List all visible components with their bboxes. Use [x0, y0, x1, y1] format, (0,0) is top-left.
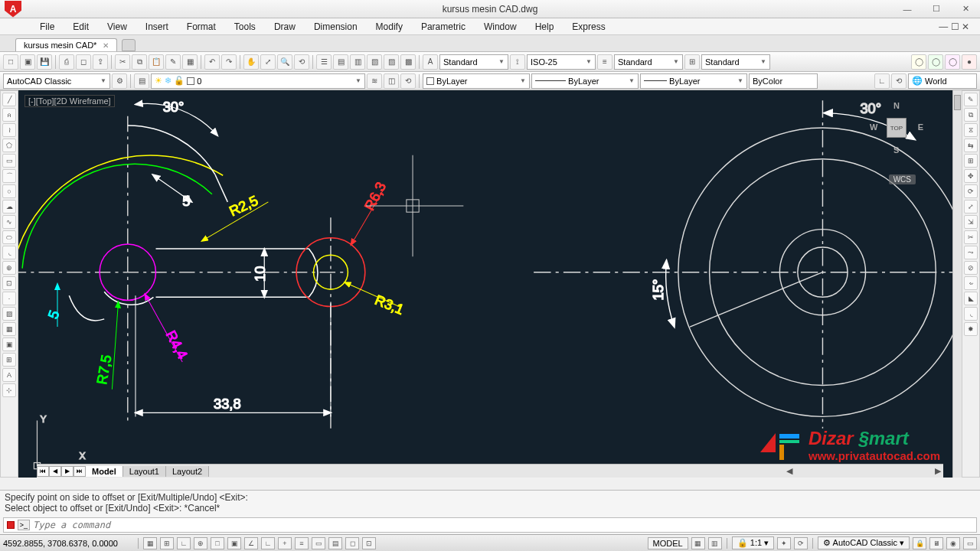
constraint2-icon[interactable]: ◯ — [928, 54, 943, 70]
rect-icon[interactable]: ▭ — [2, 154, 16, 168]
lock-ui-icon[interactable]: 🔒 — [913, 537, 926, 549]
layer-prev-icon[interactable]: ⟲ — [400, 73, 416, 89]
vertical-scrollbar[interactable] — [952, 90, 962, 478]
plot-icon[interactable]: ⎙ — [59, 54, 74, 70]
polar-toggle[interactable]: ⊕ — [194, 537, 207, 549]
3dosnap-toggle[interactable]: ▣ — [227, 537, 241, 549]
ucs-select[interactable]: 🌐 World — [908, 73, 977, 89]
close-button[interactable]: ✕ — [951, 2, 980, 17]
layer-props-icon[interactable]: ▤ — [134, 73, 149, 89]
tab-prev-icon[interactable]: ◀ — [49, 466, 61, 477]
menu-edit[interactable]: Edit — [64, 20, 98, 34]
viewcube-e[interactable]: E — [918, 122, 923, 132]
viewcube-n[interactable]: N — [893, 101, 900, 110]
match-icon[interactable]: ✎ — [165, 54, 181, 70]
makeblock-icon[interactable]: ⊡ — [2, 276, 16, 290]
menu-tools[interactable]: Tools — [225, 20, 265, 34]
menu-modify[interactable]: Modify — [367, 20, 412, 34]
textstyle-icon[interactable]: A — [423, 54, 438, 70]
app-logo[interactable]: A — [5, 1, 21, 18]
tp-icon[interactable]: ▥ — [350, 54, 365, 70]
polygon-icon[interactable]: ⬠ — [2, 139, 16, 152]
mirror-icon[interactable]: ⧖ — [964, 123, 978, 137]
open-icon[interactable]: ▣ — [20, 54, 35, 70]
insert-icon[interactable]: ⊕ — [2, 261, 16, 275]
new-icon[interactable]: □ — [3, 54, 18, 70]
table-style-select[interactable]: Standard▼ — [701, 54, 770, 70]
menu-help[interactable]: Help — [526, 20, 564, 34]
osnap-toggle[interactable]: □ — [211, 537, 224, 549]
revcloud-icon[interactable]: ☁ — [2, 200, 16, 214]
ducs-toggle[interactable]: ∟ — [261, 537, 275, 549]
chamfer-icon[interactable]: ◣ — [964, 292, 978, 305]
layer-iso-icon[interactable]: ◫ — [384, 73, 399, 89]
markup-icon[interactable]: ▨ — [384, 54, 399, 70]
break-icon[interactable]: ⊘ — [964, 261, 978, 275]
lineweight-select[interactable]: ByLayer▼ — [640, 73, 747, 89]
hardware-icon[interactable]: 🖥 — [929, 537, 943, 549]
grid-toggle[interactable]: ⊞ — [160, 537, 174, 549]
file-tab-active[interactable]: kursus mesin CAD* ✕ — [15, 38, 117, 51]
table-icon[interactable]: ⊞ — [2, 353, 16, 367]
annovis-icon[interactable]: ✦ — [777, 537, 791, 549]
region-icon[interactable]: ▣ — [2, 337, 16, 351]
annoauto-icon[interactable]: ⟳ — [794, 537, 808, 549]
cut-icon[interactable]: ✂ — [115, 54, 130, 70]
qcalc-icon[interactable]: ▩ — [400, 54, 416, 70]
erase-icon[interactable]: ✎ — [964, 93, 978, 106]
circle-icon[interactable]: ○ — [2, 184, 16, 198]
cmd-handle-icon[interactable] — [7, 521, 15, 529]
dimstyle-icon[interactable]: ⟟ — [510, 54, 525, 70]
tab-next-icon[interactable]: ▶ — [61, 466, 74, 477]
offset-icon[interactable]: ⇆ — [964, 139, 978, 152]
ucs-icon[interactable]: ∟ — [874, 73, 890, 89]
layer-state-icon[interactable]: ≋ — [367, 73, 382, 89]
mlstyle-icon[interactable]: ≡ — [597, 54, 612, 70]
minimize-button[interactable]: — — [893, 2, 922, 17]
copy2-icon[interactable]: ⧉ — [964, 108, 978, 122]
ssm-icon[interactable]: ▧ — [367, 54, 382, 70]
menu-dimension[interactable]: Dimension — [305, 20, 367, 34]
sc-toggle[interactable]: ◻ — [345, 537, 359, 549]
view-cube[interactable]: N S E W TOP — [870, 101, 923, 155]
menu-insert[interactable]: Insert — [136, 20, 178, 34]
block-icon[interactable]: ▦ — [182, 54, 198, 70]
ml-style-select[interactable]: Standard▼ — [614, 54, 683, 70]
hatch-icon[interactable]: ▨ — [2, 307, 16, 321]
grid-icon[interactable]: ▦ — [691, 537, 705, 549]
polyline-icon[interactable]: ≀ — [2, 123, 16, 137]
tab-first-icon[interactable]: ⏮ — [37, 466, 49, 477]
workspace-select[interactable]: AutoCAD Classic▼ — [3, 73, 110, 89]
quickview-icon[interactable]: ▥ — [708, 537, 722, 549]
menu-format[interactable]: Format — [178, 20, 225, 34]
color-select[interactable]: ByLayer▼ — [423, 73, 530, 89]
qp-toggle[interactable]: ▤ — [328, 537, 342, 549]
drawing-canvas[interactable]: [-][Top][2D Wireframe] — [18, 90, 962, 478]
preview-icon[interactable]: ◻ — [76, 54, 91, 70]
move-icon[interactable]: ✥ — [964, 169, 978, 183]
menu-draw[interactable]: Draw — [265, 20, 305, 34]
maximize-button[interactable]: ☐ — [922, 2, 951, 17]
ortho-toggle[interactable]: ∟ — [177, 537, 191, 549]
close-tab-icon[interactable]: ✕ — [103, 41, 109, 50]
linetype-select[interactable]: ByLayer▼ — [531, 73, 639, 89]
lwt-toggle[interactable]: ≡ — [295, 537, 309, 549]
layer-select[interactable]: ☀ ❄ 🔓 0▼ — [151, 73, 365, 89]
menu-file[interactable]: File — [31, 20, 64, 34]
line-icon[interactable]: ╱ — [2, 93, 16, 106]
cmd-prompt-icon[interactable]: >_ — [18, 520, 30, 530]
copy-icon[interactable]: ⧉ — [132, 54, 147, 70]
pline-icon[interactable]: ⩀ — [2, 108, 16, 122]
new-tab-button[interactable] — [122, 39, 136, 51]
ellipse-icon[interactable]: ⬭ — [2, 230, 16, 244]
viewcube-w[interactable]: W — [870, 122, 877, 132]
mdi-controls[interactable]: — ☐ ✕ — [931, 21, 977, 32]
publish-icon[interactable]: ⇪ — [93, 54, 108, 70]
constraint1-icon[interactable]: ◯ — [911, 54, 926, 70]
arc-icon[interactable]: ⌒ — [2, 169, 16, 183]
ellipsearc-icon[interactable]: ◟ — [2, 246, 16, 259]
tab-model[interactable]: Model — [86, 466, 123, 477]
am-toggle[interactable]: ⊡ — [362, 537, 376, 549]
save-icon[interactable]: 💾 — [37, 54, 52, 70]
addsel-icon[interactable]: ⊹ — [2, 383, 16, 397]
